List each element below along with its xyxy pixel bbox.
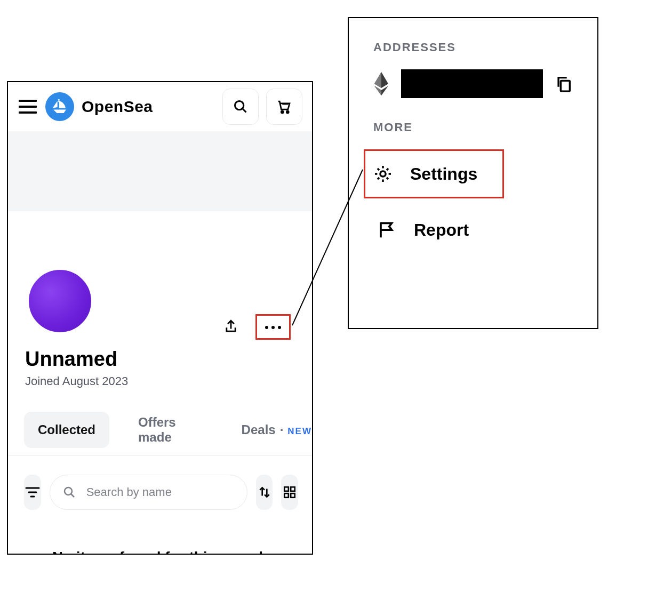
search-input[interactable]: [85, 485, 234, 500]
cart-icon: [276, 99, 292, 115]
svg-point-12: [278, 326, 281, 329]
svg-point-5: [235, 101, 244, 110]
search-icon: [233, 99, 248, 114]
svg-rect-4: [58, 99, 59, 102]
filter-search-row: [24, 475, 298, 510]
tab-deals[interactable]: Deals · NEW: [242, 422, 312, 437]
more-menu-callout: ADDRESSES MORE Settings Report: [348, 17, 598, 329]
empty-state-message: No items found for this search: [8, 549, 312, 555]
addresses-section-title: ADDRESSES: [373, 41, 581, 54]
svg-rect-0: [19, 100, 37, 102]
flag-icon: [377, 220, 397, 240]
tab-deals-label: Deals: [242, 422, 276, 437]
opensea-logo: [45, 92, 74, 121]
svg-point-7: [281, 111, 283, 113]
svg-point-16: [65, 487, 72, 495]
svg-rect-1: [19, 106, 37, 108]
gear-icon: [373, 164, 393, 184]
report-menu-item[interactable]: Report: [369, 207, 581, 253]
address-row: [373, 69, 581, 98]
svg-marker-23: [374, 72, 381, 88]
wallet-address-redacted[interactable]: [401, 69, 543, 98]
sort-button[interactable]: [256, 475, 273, 510]
search-field[interactable]: [50, 475, 247, 510]
profile-tabs: Collected Offers made Deals · NEW: [24, 404, 312, 455]
profile-actions: [223, 314, 291, 340]
svg-rect-19: [291, 487, 295, 491]
sort-icon: [258, 485, 271, 499]
search-button[interactable]: [222, 89, 259, 125]
profile-banner: [8, 131, 312, 211]
cart-button[interactable]: [266, 89, 302, 125]
svg-point-8: [286, 111, 289, 113]
copy-address-button[interactable]: [555, 75, 573, 93]
svg-point-10: [265, 326, 268, 329]
more-section-title: MORE: [373, 121, 581, 134]
more-icon: [261, 319, 285, 336]
search-icon: [63, 486, 76, 499]
hamburger-icon: [19, 100, 37, 114]
tab-collected[interactable]: Collected: [24, 412, 109, 448]
top-bar: OpenSea: [8, 82, 312, 131]
more-button[interactable]: [255, 314, 291, 340]
svg-point-27: [380, 171, 386, 177]
joined-date: Joined August 2023: [25, 374, 128, 388]
report-label: Report: [414, 220, 469, 240]
copy-icon: [555, 75, 573, 93]
svg-rect-21: [291, 493, 295, 498]
svg-rect-18: [284, 487, 289, 491]
divider: [8, 455, 312, 456]
menu-button[interactable]: [18, 97, 38, 117]
svg-rect-2: [19, 111, 37, 114]
ethereum-icon: [373, 71, 389, 97]
dot-separator: ·: [280, 422, 284, 437]
new-badge: NEW: [287, 426, 312, 437]
grid-view-button[interactable]: [281, 475, 298, 510]
filter-icon: [25, 486, 40, 498]
brand-title: OpenSea: [82, 98, 153, 116]
svg-line-6: [243, 109, 246, 113]
grid-icon: [283, 485, 297, 499]
opensea-profile-screen: OpenSea: [7, 81, 313, 555]
share-icon: [223, 319, 238, 335]
profile-name: Unnamed: [25, 348, 117, 371]
svg-line-17: [71, 494, 74, 497]
settings-menu-item[interactable]: Settings: [364, 149, 504, 198]
svg-rect-26: [561, 81, 570, 91]
avatar[interactable]: [27, 268, 93, 334]
svg-rect-20: [284, 493, 289, 498]
filter-button[interactable]: [24, 475, 41, 510]
settings-label: Settings: [410, 164, 477, 184]
tab-offers-made[interactable]: Offers made: [124, 404, 227, 455]
share-button[interactable]: [223, 319, 238, 335]
svg-point-11: [271, 326, 275, 329]
